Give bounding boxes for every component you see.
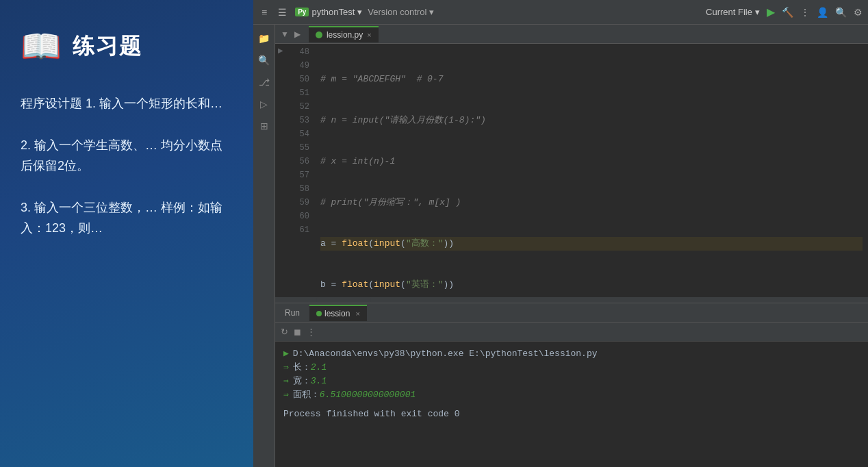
line-numbers: 48 49 50 51 52 53 54 55 56 57 58 59 60 6…: [286, 44, 315, 297]
version-control-btn[interactable]: Version control ▾: [368, 7, 434, 17]
problem-2: 2. 输入一个学生高数、… 均分小数点后保留2位。: [21, 135, 233, 177]
run-tab-label: Run: [285, 308, 300, 318]
topbar-right: Current File ▾ ▶ 🔨 ⋮ 👤 🔍 ⚙: [706, 5, 863, 18]
title-area: 📖 练习题: [21, 27, 233, 66]
file-tab-lession[interactable]: lession.py ×: [309, 26, 379, 42]
problem-2-text: 2. 输入一个学生高数、… 均分小数点后保留2位。: [21, 135, 233, 177]
book-icon: 📖: [21, 27, 62, 66]
terminal-prompt-arrow: ▶: [283, 347, 289, 361]
search-sidebar-icon[interactable]: 🔍: [255, 52, 274, 68]
project-selector[interactable]: Py pythonTest ▾: [295, 7, 362, 17]
file-tab-close[interactable]: ×: [367, 31, 371, 39]
menu-icon[interactable]: ☰: [275, 5, 290, 19]
terminal-finish-line: Process finished with exit code 0: [283, 407, 860, 421]
build-button[interactable]: 🔨: [782, 7, 793, 18]
editor-area: ▼ ▶ lession.py × ▶: [275, 25, 868, 467]
run-debug-icon[interactable]: ▷: [255, 96, 274, 112]
editor-hscroll[interactable]: [275, 297, 868, 303]
output-label-1: 长：: [293, 361, 311, 375]
output-value-1: 2.1: [311, 361, 327, 375]
lession-tab-label: lession: [324, 309, 350, 318]
lession-tab-close[interactable]: ×: [355, 310, 359, 318]
terminal-content: ▶ D:\Anaconda\envs\py38\python.exe E:\py…: [275, 342, 868, 467]
project-icon[interactable]: 📁: [255, 30, 274, 47]
topbar-left: ≡ ☰ Py pythonTest ▾ Version control ▾: [259, 5, 434, 19]
problem-3-text: 3. 输入一个三位整数，… 样例：如输入：123，则…: [21, 197, 233, 239]
code-line-49: # n = input("请输入月份数(1-8):"): [320, 114, 863, 127]
terminal-stop-icon[interactable]: ◼: [294, 327, 301, 337]
problem-1-text: 程序设计题 1. 输入一个矩形的长和…: [21, 93, 233, 114]
terminal-more-icon[interactable]: ⋮: [307, 327, 316, 337]
terminal-toolbar: ↻ ◼ ⋮: [275, 323, 868, 342]
output-arrow-2: ⇒: [283, 375, 289, 388]
output-value-2: 3.1: [311, 375, 327, 388]
output-arrow-3: ⇒: [283, 388, 289, 402]
collapse-all-btn[interactable]: ▼: [278, 28, 292, 40]
left-panel: 📖 练习题 程序设计题 1. 输入一个矩形的长和… 2. 输入一个学生高数、… …: [0, 0, 253, 467]
output-value-3: 6.5100000000000001: [320, 388, 416, 402]
search-icon[interactable]: 🔍: [835, 7, 847, 18]
terminal-output-line-3: ⇒ 面积： 6.5100000000000001: [283, 388, 860, 402]
terminal-tabs: Run lession ×: [275, 303, 868, 323]
lession-dot: [316, 311, 322, 316]
terminal-output-line-1: ⇒ 长： 2.1: [283, 361, 860, 375]
ide-panel: ≡ ☰ Py pythonTest ▾ Version control ▾ Cu…: [253, 0, 868, 467]
terminal-finish-message: Process finished with exit code 0: [283, 407, 459, 421]
code-line-53: b = float(input("英语：")): [320, 278, 863, 292]
expand-all-btn[interactable]: ▶: [292, 28, 303, 40]
sidebar-toggle-icon[interactable]: ≡: [259, 5, 270, 19]
python-icon: Py: [295, 8, 309, 16]
code-line-52: a = float(input("高数：")): [320, 237, 863, 251]
terminal-tab-run[interactable]: Run: [278, 305, 307, 320]
code-editor[interactable]: ▶ 48 49 50 51 5: [275, 44, 868, 297]
extensions-icon[interactable]: ⊞: [255, 118, 274, 134]
code-line-50: # x = int(n)-1: [320, 155, 863, 168]
problem-3: 3. 输入一个三位整数，… 样例：如输入：123，则…: [21, 197, 233, 239]
code-line-51: # print("月份缩写：", m[x] ): [320, 196, 863, 210]
editor-secondary-bar: ▼ ▶ lession.py ×: [275, 25, 868, 44]
current-file-selector[interactable]: Current File ▾: [706, 7, 760, 17]
ide-left-sidebar: 📁 🔍 ⎇ ▷ ⊞: [253, 25, 275, 467]
problem-1: 程序设计题 1. 输入一个矩形的长和…: [21, 93, 233, 114]
settings-icon[interactable]: ⚙: [854, 7, 863, 18]
python-file-dot: [316, 31, 322, 38]
more-actions-button[interactable]: ⋮: [800, 7, 810, 18]
fold-arrow-52: ▶: [275, 44, 286, 58]
title-text: 练习题: [73, 31, 142, 62]
user-icon[interactable]: 👤: [817, 7, 828, 18]
project-name: pythonTest: [311, 7, 355, 17]
fold-arrows-column: ▶: [275, 44, 286, 297]
terminal-command: D:\Anaconda\envs\py38\python.exe E:\pyth…: [293, 347, 598, 361]
file-tab-label: lession.py: [327, 30, 363, 40]
code-line-48: # m = "ABCDEFGH" # 0-7: [320, 73, 863, 86]
terminal-output-line-2: ⇒ 宽： 3.1: [283, 375, 860, 388]
output-label-2: 宽：: [293, 375, 311, 388]
output-arrow-1: ⇒: [283, 361, 289, 375]
ide-content: 📁 🔍 ⎇ ▷ ⊞ ▼ ▶ lession.py ×: [253, 25, 868, 467]
terminal-rerun-icon[interactable]: ↻: [281, 327, 288, 337]
output-label-3: 面积：: [293, 388, 320, 402]
terminal-area: Run lession × ↻ ◼ ⋮ ▶: [275, 303, 868, 467]
terminal-tab-lession[interactable]: lession ×: [309, 305, 367, 321]
git-icon[interactable]: ⎇: [255, 74, 274, 90]
code-content[interactable]: # m = "ABCDEFGH" # 0-7 # n = input("请输入月…: [315, 44, 868, 297]
run-button[interactable]: ▶: [767, 5, 775, 18]
ide-topbar: ≡ ☰ Py pythonTest ▾ Version control ▾ Cu…: [253, 0, 868, 25]
terminal-command-line: ▶ D:\Anaconda\envs\py38\python.exe E:\py…: [283, 347, 860, 361]
project-dropdown-icon: ▾: [357, 7, 362, 17]
